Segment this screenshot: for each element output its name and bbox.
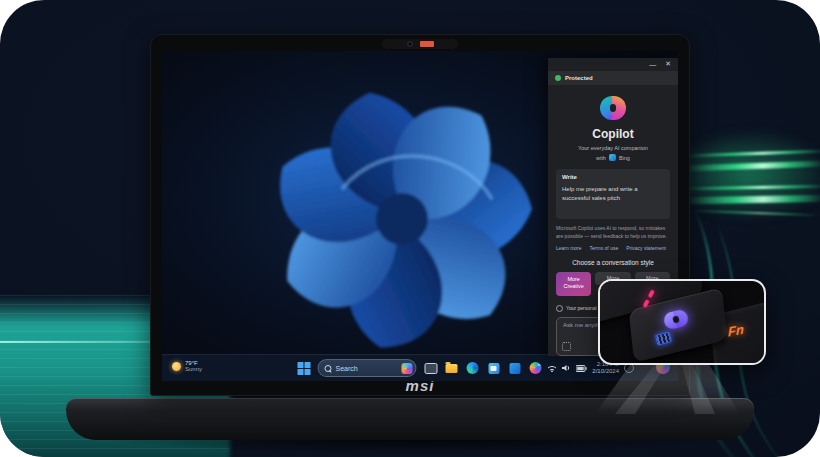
bing-label: Bing xyxy=(619,155,630,161)
copilot-logo-icon xyxy=(600,96,626,120)
store-button[interactable] xyxy=(487,361,501,375)
task-view-button[interactable] xyxy=(424,361,438,375)
folder-icon xyxy=(446,364,458,373)
copilot-title: Copilot xyxy=(548,127,678,141)
bing-icon xyxy=(609,154,616,161)
webcam-module xyxy=(382,39,458,49)
search-highlight-icon xyxy=(402,363,413,374)
tray-date: 2/10/2024 xyxy=(592,368,619,375)
store-icon xyxy=(488,363,499,374)
search-label: Search xyxy=(336,365,398,372)
privacy-info-icon xyxy=(556,305,563,312)
learn-more-link[interactable]: Learn more xyxy=(556,245,582,251)
sun-icon xyxy=(172,362,181,371)
protected-label: Protected xyxy=(565,75,593,81)
minimize-button[interactable]: — xyxy=(649,61,656,68)
windows-bloom-wallpaper xyxy=(252,69,552,369)
edge-icon xyxy=(467,362,479,374)
suggestion-body: Help me prepare and write a successful s… xyxy=(562,185,664,203)
close-button[interactable]: ✕ xyxy=(665,60,671,68)
webcam-lens-icon xyxy=(407,41,413,47)
volume-icon xyxy=(562,364,571,372)
search-input[interactable]: Search xyxy=(318,359,417,377)
tray-chevron-icon[interactable]: ⌃ xyxy=(536,363,543,372)
fn-key-label: Fn xyxy=(728,322,744,340)
battery-icon xyxy=(576,365,587,372)
input-options-icon xyxy=(562,342,571,351)
green-glow xyxy=(670,130,820,220)
search-icon xyxy=(325,365,332,372)
task-view-icon xyxy=(424,363,437,374)
privacy-link[interactable]: Privacy statement xyxy=(626,245,666,251)
weather-widget[interactable]: 79°F Sunny xyxy=(168,358,206,375)
ai-disclaimer: Microsoft Copilot uses AI to respond, so… xyxy=(556,225,670,240)
webcam-shutter-icon xyxy=(420,41,434,47)
copilot-tagline: Your everyday AI companion xyxy=(548,145,678,151)
hero-scene: msi xyxy=(0,0,820,457)
weather-condition: Sunny xyxy=(185,366,202,372)
laptop-base xyxy=(66,398,754,440)
copilot-key-zoom-inset: Fn xyxy=(598,279,766,365)
terms-link[interactable]: Terms of use xyxy=(590,245,619,251)
file-explorer-button[interactable] xyxy=(445,361,459,375)
protected-banner: Protected xyxy=(548,71,678,86)
style-more-creative-button[interactable]: More Creative xyxy=(556,272,591,296)
with-label: with xyxy=(596,155,606,161)
protected-status-icon xyxy=(555,75,561,81)
start-button[interactable] xyxy=(298,362,311,375)
edge-button[interactable] xyxy=(466,361,480,375)
suggestion-title: Write xyxy=(562,174,664,180)
suggestion-card[interactable]: Write Help me prepare and write a succes… xyxy=(556,169,670,219)
mail-icon xyxy=(509,363,520,374)
mail-button[interactable] xyxy=(508,361,522,375)
wifi-icon xyxy=(547,364,557,372)
conversation-style-heading: Choose a conversation style xyxy=(548,259,678,266)
